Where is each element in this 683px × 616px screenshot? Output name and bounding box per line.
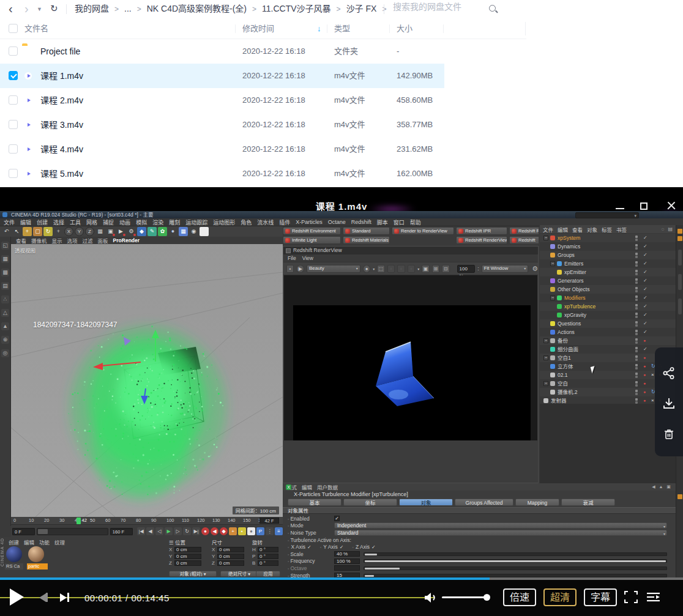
object-tree-item: Groups✓ [540,251,676,259]
row-checkbox[interactable] [9,46,18,56]
search-input[interactable] [392,1,481,12]
c4d-toolbar: ↶↖+▢↻+XYZ▦▣▶⚙◆✎✿●▦◉ [0,226,283,237]
object-tree-item: Questions✓ [540,319,676,328]
file-name[interactable]: 课程 3.m4v [40,113,83,137]
coord-field: 0 cm [174,560,201,566]
volume-handle[interactable] [483,594,490,601]
cross-icon: × [651,396,654,404]
file-name[interactable]: 课程 1.m4v [40,64,83,88]
redshift-icon [458,238,463,243]
check-icon: ✓ [643,328,648,336]
video-player-window[interactable]: 课程 1.m4v – ❐ × CINEMA 4D R19.024 Studio … [0,187,683,578]
share-icon[interactable] [662,366,676,380]
object-icon [550,287,555,292]
tool-icon: ▫ [408,265,415,273]
subtitle-button[interactable]: 字幕 [584,588,617,606]
attribute-row: Turbulence Active on Axis: [283,536,676,544]
row-checkbox[interactable] [9,169,18,178]
close-button[interactable] [666,200,677,211]
speed-button[interactable]: 倍速 [503,588,536,606]
breadcrumb-item[interactable]: 沙子 FX [346,4,377,13]
menu-item: 标签 [602,226,612,233]
fullscreen-icon[interactable] [624,591,638,603]
start-frame-field: 0 F [12,528,35,535]
select-all-checkbox[interactable] [9,24,18,33]
file-name[interactable]: Project file [40,39,80,64]
attribute-row: X Axis✓Y Axis✓Z Axis✓ [283,543,676,551]
checkbox-icon: ✓ [334,516,340,521]
tool-icon: ▫ [387,265,395,273]
object-icon [543,398,548,403]
table-row[interactable]: 课程 2.m4v2020-12-22 16:18m4v文件458.60MB [0,88,683,113]
row-checkbox[interactable] [9,144,18,154]
volume-icon[interactable] [424,592,437,604]
object-icon [550,321,555,326]
divider [66,4,67,14]
timeline: 0102030405060708090100110120130140150164… [11,517,283,537]
ruler-tick-label: 0 [13,518,16,523]
quality-button[interactable]: 超清 [543,588,577,606]
search-icon[interactable] [488,4,498,14]
back-arrow-icon[interactable]: ‹ [9,0,13,18]
grid-spacing-label: 网格间距：100 cm [233,507,279,514]
progress-bar-track[interactable] [490,577,683,580]
breadcrumb-item[interactable]: 我的网盘 [75,4,109,13]
attribute-menu: 模式编辑用户数据 [283,483,676,491]
column-header-time[interactable]: 修改时间 [242,18,274,39]
attribute-row: Enabled✓ [283,515,676,522]
c4d-app-icon [2,212,7,217]
next-button[interactable] [60,593,69,602]
play-button[interactable] [10,588,24,606]
attribute-row: Frequency100 % [283,558,676,565]
volume-slider[interactable] [442,596,487,598]
layer-dots-icon [635,270,638,275]
object-tree-item: Dynamics✓ [540,242,676,251]
cinema4d-vertical-brand: CINEMA 4D [0,526,7,578]
menu-item: 帮助 [410,218,421,226]
current-frame-field: 42 F [259,518,279,524]
minimize-button[interactable] [616,208,624,209]
refresh-icon[interactable]: ↻ [50,0,58,18]
viewport-view-label: 透视视图 [15,247,35,254]
chevron-down-icon[interactable]: ▼ [37,0,42,18]
attribute-menu-icons: ◀ ▲ ▣ [652,484,672,489]
row-checkbox[interactable] [9,120,18,129]
file-modified-time: 2020-12-22 16:18 [242,137,305,161]
table-row[interactable]: Project file2020-12-22 16:18文件夹- [0,39,683,64]
column-header-type[interactable]: 类型 [334,18,350,39]
maximize-button[interactable] [640,202,648,210]
table-row[interactable]: 课程 5.m4v2020-12-22 16:18m4v文件162.00MB [0,161,683,186]
playlist-icon[interactable] [646,591,661,603]
breadcrumb-item[interactable]: 11.CCTV沙子风暴 [262,4,331,13]
column-header-name[interactable]: 文件名 [24,18,48,39]
table-row[interactable]: 课程 1.m4v2020-12-22 16:18m4v文件142.90MB [0,64,683,88]
compare-icon: ▣ [422,265,429,273]
download-icon[interactable] [662,397,676,410]
file-name[interactable]: 课程 4.m4v [40,137,83,161]
search-box[interactable] [392,1,481,17]
file-browser: ‹ › ▼ ↻ 我的网盘>...>NK C4D高级案例教程-(全)>11.CCT… [0,0,683,187]
attribute-rows: Enabled✓ModeIndependent▾Noise TypeStanda… [283,515,676,578]
column-header-size[interactable]: 大小 [397,18,412,39]
renderview-title: Redshift RenderView [283,247,538,254]
previous-button[interactable] [39,593,48,602]
row-checkbox[interactable] [9,71,18,80]
breadcrumb-item[interactable]: NK C4D高级案例教程-(全) [147,4,247,13]
file-name[interactable]: 课程 2.m4v [40,88,83,113]
render-image [293,305,531,441]
table-row[interactable]: 课程 3.m4v2020-12-22 16:18m4v文件358.77MB [0,113,683,137]
progress-bar-played[interactable] [0,577,490,580]
object-icon [557,304,562,309]
check-icon: ✓ [643,259,648,268]
breadcrumb-item[interactable]: ... [124,4,132,13]
table-row[interactable]: 课程 4.m4v2020-12-22 16:18m4v文件231.62MB [0,137,683,161]
layer-dots-icon [635,330,638,335]
row-checkbox[interactable] [9,95,18,105]
menu-item: 网格 [86,218,97,226]
menu-item: 创建 [37,218,48,226]
forward-arrow-icon[interactable]: › [24,0,29,18]
layer-dots-icon [635,381,638,387]
trash-icon[interactable] [662,428,676,441]
file-name[interactable]: 课程 5.m4v [40,161,83,186]
sort-descending-icon[interactable]: ↓ [317,18,321,39]
